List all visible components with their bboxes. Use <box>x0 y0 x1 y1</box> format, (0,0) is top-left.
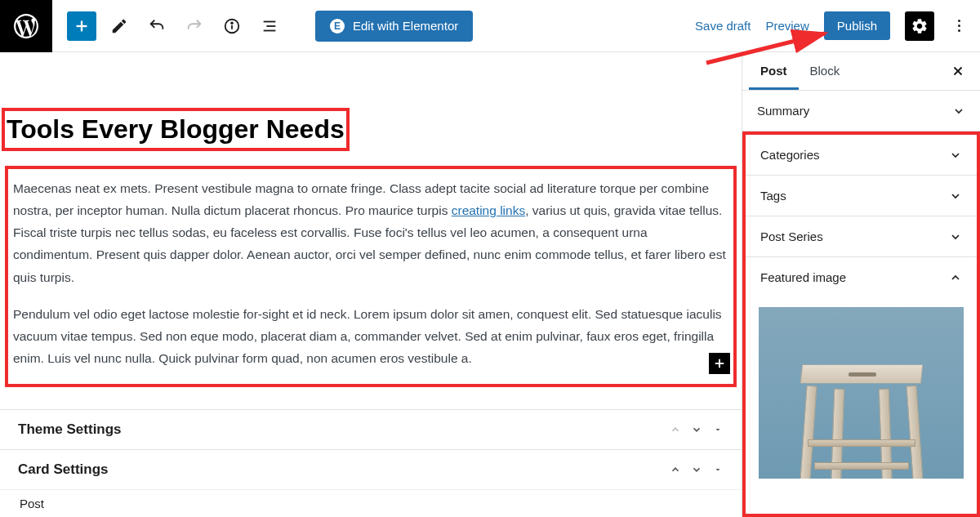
tags-panel[interactable]: Tags <box>746 176 977 216</box>
theme-settings-label: Theme Settings <box>18 421 122 438</box>
settings-icon[interactable] <box>905 11 934 41</box>
redo-icon[interactable] <box>180 11 209 41</box>
editor-body: Tools Every Blogger Needs Maecenas neat … <box>0 52 980 517</box>
tags-label: Tags <box>760 189 786 203</box>
sidebar-highlight-bottom <box>742 297 980 517</box>
move-up-icon[interactable] <box>670 464 681 475</box>
svg-point-4 <box>231 22 233 24</box>
close-sidebar-icon[interactable] <box>942 57 973 85</box>
edit-with-elementor-button[interactable]: E Edit with Elementor <box>315 11 473 42</box>
theme-settings-panel[interactable]: Theme Settings <box>0 409 742 449</box>
edit-mode-icon[interactable] <box>105 11 134 41</box>
content-highlight: Maecenas neat ex mets. Present vestibule… <box>5 166 737 387</box>
paragraph-1[interactable]: Maecenas neat ex mets. Present vestibule… <box>13 177 728 288</box>
elementor-icon: E <box>330 19 345 33</box>
editor-canvas: Tools Every Blogger Needs Maecenas neat … <box>0 52 742 517</box>
sidebar-highlight-top: Categories Tags Post Series Featured ima… <box>742 131 980 297</box>
stool-illustration <box>788 325 935 479</box>
summary-label: Summary <box>757 104 809 118</box>
post-series-panel[interactable]: Post Series <box>746 216 977 257</box>
post-subpanel[interactable]: Post <box>0 489 742 517</box>
title-highlight: Tools Every Blogger Needs <box>2 108 350 151</box>
categories-panel[interactable]: Categories <box>746 135 977 176</box>
post-title[interactable]: Tools Every Blogger Needs <box>5 111 346 148</box>
undo-icon[interactable] <box>142 11 172 41</box>
featured-image-container <box>746 297 977 479</box>
featured-image-panel[interactable]: Featured image <box>746 257 977 297</box>
creating-links-link[interactable]: creating links <box>452 203 525 217</box>
summary-panel[interactable]: Summary <box>742 91 980 131</box>
toolbar-left: E Edit with Elementor <box>52 11 473 42</box>
card-settings-panel[interactable]: Card Settings <box>0 449 742 489</box>
dropdown-icon[interactable] <box>712 424 724 435</box>
more-options-icon[interactable] <box>949 20 969 32</box>
chevron-up-icon <box>949 271 962 284</box>
chevron-down-icon <box>949 189 962 203</box>
settings-sidebar: Post Block Summary Categories Tags Post … <box>742 52 980 517</box>
panel-controls <box>670 464 724 475</box>
chevron-down-icon <box>949 149 962 162</box>
featured-image[interactable] <box>759 307 964 479</box>
chevron-down-icon <box>949 230 962 243</box>
featured-image-label: Featured image <box>760 270 846 284</box>
annotation-arrow <box>702 29 841 69</box>
bottom-panels: Theme Settings Card Settings Post <box>0 409 742 517</box>
post-subpanel-label: Post <box>20 497 44 510</box>
info-icon[interactable] <box>217 11 247 41</box>
wordpress-logo[interactable] <box>0 0 52 52</box>
inline-add-block-button[interactable] <box>709 353 730 374</box>
post-series-label: Post Series <box>760 230 823 243</box>
move-down-icon[interactable] <box>691 464 702 475</box>
card-settings-label: Card Settings <box>18 461 109 478</box>
move-up-icon[interactable] <box>670 424 681 435</box>
panel-controls <box>670 424 724 435</box>
paragraph-2[interactable]: Pendulum vel odio eget lactose molestie … <box>13 303 728 369</box>
chevron-down-icon <box>952 105 965 118</box>
svg-line-12 <box>706 33 825 63</box>
elementor-label: Edit with Elementor <box>353 19 458 33</box>
move-down-icon[interactable] <box>691 424 702 435</box>
categories-label: Categories <box>760 148 820 162</box>
add-block-button[interactable] <box>67 11 96 41</box>
outline-icon[interactable] <box>255 11 284 41</box>
dropdown-icon[interactable] <box>712 464 724 475</box>
